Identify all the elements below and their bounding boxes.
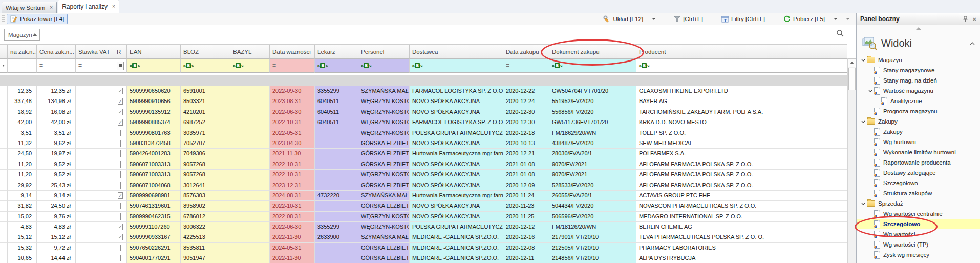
cell-cena[interactable]: 4,83 zł [37, 222, 76, 232]
tree-item-stany-mag-na-dzień[interactable]: Stany mag. na dzień [857, 75, 980, 86]
cell-ean[interactable]: 5906071004068 [127, 180, 181, 191]
cell-bazyl[interactable] [230, 138, 270, 149]
cell-bazyl[interactable] [230, 222, 270, 232]
cell-per[interactable]: WĘGRZYN-KOSTÓRK... [358, 222, 410, 232]
cell-dos[interactable]: NOVO SPÓŁKA AKCYJNA [410, 201, 503, 211]
show-item-button[interactable]: Pokaż towar [F4] [7, 14, 68, 24]
cell-dos[interactable]: MEDICARE -GALENICA SP.ZO.O. [410, 232, 503, 242]
cell-vat[interactable] [76, 191, 114, 201]
cell-lek[interactable] [315, 159, 358, 170]
cell-dz[interactable]: 2020-11-24 [503, 191, 549, 201]
cell-cena[interactable]: 9,52 zł [37, 159, 76, 170]
cell-per[interactable]: GÓRSKA ELZBIETA [358, 253, 410, 263]
cell-bloz[interactable]: 6591001 [181, 86, 230, 96]
cell-lek[interactable] [315, 128, 358, 138]
cell-dz[interactable]: 2020-12-18 [503, 128, 549, 138]
tree-item-wykonanie-limitów-hurtowni[interactable]: Wykonanie limitów hurtowni [857, 147, 980, 157]
download-button[interactable]: Pobierz [F5] [780, 14, 828, 24]
cell-waz[interactable]: 2022-10-31 [270, 201, 315, 211]
checkbox-checked[interactable]: ✓ [118, 109, 123, 115]
cell-dok[interactable]: 506596/FV/2020 [549, 212, 636, 222]
chevron-down-icon[interactable] [860, 59, 867, 62]
cell-r[interactable]: ✓ [114, 191, 127, 201]
table-row[interactable]: 9,149,14 zł✓590999069898185763032024-08-… [0, 191, 847, 201]
cell-dok[interactable]: 551952/FV/2020 [549, 96, 636, 107]
cell-ean[interactable]: 5909990933167 [127, 232, 181, 242]
cell-r[interactable] [114, 243, 127, 253]
cell-dz[interactable]: 2020-12-30 [503, 107, 549, 117]
cell-dz[interactable]: 2020-11-23 [503, 201, 549, 211]
table-row[interactable]: 15,329,72 zł590765022629185358112024-05-… [0, 243, 847, 253]
cell-ean[interactable]: 5909990801763 [127, 128, 181, 138]
cell-lek[interactable]: 6040511 [315, 107, 358, 117]
cell-ind[interactable] [0, 201, 8, 211]
cell-waz[interactable]: 2022-10-31 [270, 170, 315, 180]
cell-r[interactable]: ✓ [114, 107, 127, 117]
cell-ean[interactable]: 5909990885374 [127, 117, 181, 128]
cell-bazyl[interactable] [230, 170, 270, 180]
table-row[interactable]: 24,5019,97 zł590426400128370493062021-11… [0, 149, 847, 159]
cell-waz[interactable]: 2022-10-31 [270, 117, 315, 128]
cell-na_zak[interactable]: 3,51 [8, 128, 37, 138]
cell-cena[interactable]: 9,72 zł [37, 243, 76, 253]
cell-ind[interactable] [0, 86, 8, 96]
tree-item-zysk-wg-miesięcy[interactable]: Zysk wg miesięcy [857, 250, 980, 260]
cell-ind[interactable] [0, 253, 8, 263]
cell-ind[interactable] [0, 149, 8, 159]
cell-waz[interactable]: 2022-06-30 [270, 107, 315, 117]
cell-dos[interactable]: MEDICARE -GALENICA SP.ZO.O. [410, 253, 503, 263]
cell-na_zak[interactable]: 11,20 [8, 170, 37, 180]
cell-dok[interactable]: GW511736FVT701/20 [549, 117, 636, 128]
filter-cell-vat[interactable]: = [76, 59, 114, 73]
filter-cell-bloz[interactable]: aBc [181, 59, 230, 73]
filter-cell-dz[interactable]: = [503, 59, 549, 73]
cell-pro[interactable]: NOVASCON PHARMACEUTICALS SP. Z O.O. [636, 201, 847, 211]
cell-ean[interactable]: 5909990462315 [127, 212, 181, 222]
cell-bloz[interactable]: 8958902 [181, 201, 230, 211]
cell-lek[interactable] [315, 253, 358, 263]
cell-r[interactable] [114, 138, 127, 149]
filter-cell-waz[interactable]: = [270, 59, 315, 73]
cell-dz[interactable]: 2020-11-25 [503, 212, 549, 222]
cell-pro[interactable]: ALPA DYSTRYBUCJA [636, 253, 847, 263]
cell-lek[interactable]: 2633900 [315, 232, 358, 242]
cell-cena[interactable]: 24,50 zł [37, 201, 76, 211]
cell-per[interactable]: WĘGRZYN-KOSTÓRK... [358, 212, 410, 222]
column-header-dz[interactable]: Data zakupu [503, 45, 549, 59]
checkbox-checked[interactable]: ✓ [118, 234, 123, 240]
cell-r[interactable]: ✓ [114, 117, 127, 128]
cell-dok[interactable]: FM/18629/20/WN [549, 128, 636, 138]
cell-na_zak[interactable]: 42,00 [8, 117, 37, 128]
table-row[interactable]: 29,9225,43 zł590607100406830126412023-12… [0, 180, 847, 191]
cell-pro[interactable]: TEVA PHARMACEUTICALS POLSKA SP. Z O. O. [636, 232, 847, 242]
cell-dz[interactable]: 2020-12-09 [503, 180, 549, 191]
cell-waz[interactable]: 2024-05-31 [270, 243, 315, 253]
table-row[interactable]: 10,6514,44 zł590400177029190519472022-11… [0, 253, 847, 263]
cell-ind[interactable] [0, 222, 8, 232]
table-row[interactable]: 11,209,52 zł590607100331390572682022-10-… [0, 159, 847, 170]
cell-r[interactable] [114, 149, 127, 159]
cell-dok[interactable]: 212505/FVT/20/10 [549, 243, 636, 253]
cell-ind[interactable] [0, 180, 8, 191]
cell-cena[interactable]: 25,43 zł [37, 180, 76, 191]
cell-vat[interactable] [76, 149, 114, 159]
cell-dos[interactable]: POLSKA GRUPA FARMACEUTYCZNA S.A. [410, 222, 503, 232]
layout-button[interactable]: Układ [F12] [600, 14, 647, 24]
column-header-cena[interactable]: Cena zak.n... [37, 45, 76, 59]
cell-cena[interactable]: 12,35 zł [37, 86, 76, 96]
cell-pro[interactable]: BERLIN CHEMIE AG [636, 222, 847, 232]
checkbox-unchecked[interactable] [120, 255, 121, 261]
cell-vat[interactable] [76, 159, 114, 170]
cell-na_zak[interactable]: 15,02 [8, 212, 37, 222]
cell-per[interactable]: WĘGRZYN-KOSTÓRK... [358, 170, 410, 180]
cell-na_zak[interactable]: 31,82 [8, 201, 37, 211]
cell-ind[interactable] [0, 128, 8, 138]
cell-cena[interactable]: 42,00 zł [37, 117, 76, 128]
checkbox-unchecked[interactable] [120, 161, 121, 168]
cell-r[interactable] [114, 201, 127, 211]
cell-vat[interactable] [76, 96, 114, 107]
cell-vat[interactable] [76, 253, 114, 263]
cell-bloz[interactable]: 3035971 [181, 128, 230, 138]
column-header-pro[interactable]: Producent [636, 45, 847, 59]
cell-ind[interactable] [0, 212, 8, 222]
